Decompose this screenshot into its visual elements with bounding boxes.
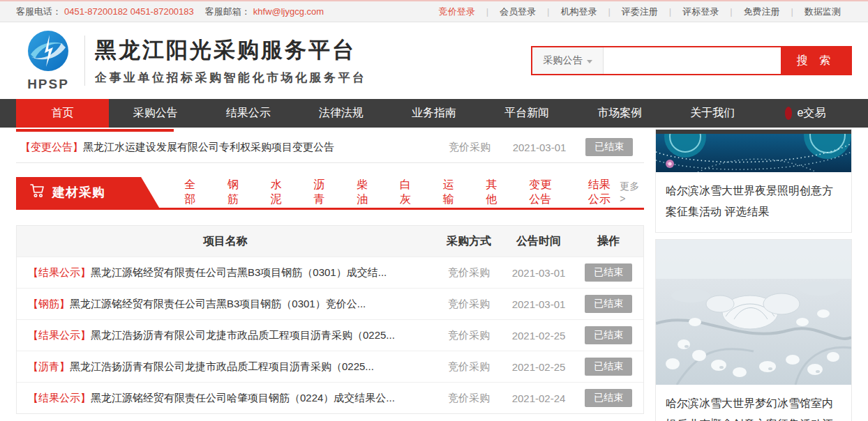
email-address[interactable]: khfw@ljygcg.com — [253, 6, 324, 17]
nav-about-us[interactable]: 关于我们 — [666, 99, 759, 128]
status-badge[interactable]: 已结束 — [585, 295, 632, 313]
project-tag: 【沥青】 — [28, 360, 70, 372]
topbar-contacts: 客服电话： 0451-87200182 0451-87200183 客服邮箱： … — [16, 6, 324, 18]
nav-home[interactable]: 首页 — [16, 99, 109, 128]
table-header: 项目名称 采购方式 公告时间 操作 — [17, 226, 643, 257]
section-title-tab[interactable]: 建材采购 — [16, 177, 159, 208]
nav-procurement-notices[interactable]: 采购公告 — [109, 99, 202, 128]
main-nav: 首页 采购公告 结果公示 法律法规 业务指南 平台新闻 市场案例 关于我们 e交… — [0, 99, 868, 128]
phone-label: 客服电话： — [16, 6, 61, 18]
e-trade-icon — [785, 107, 792, 120]
project-title[interactable]: 【钢筋】黑龙江源铭经贸有限责任公司吉黑B3项目钢筋（0301）竞价公... — [17, 298, 434, 311]
tab-cement[interactable]: 水泥 — [271, 178, 287, 207]
project-date: 2021-02-25 — [504, 361, 574, 373]
search-input[interactable] — [604, 47, 781, 74]
project-title[interactable]: 【结果公示】黑龙江浩扬沥青有限公司龙捷市政品质工程项目沥青采购（0225... — [17, 329, 434, 342]
project-date: 2021-02-25 — [504, 330, 574, 342]
tab-asphalt[interactable]: 沥青 — [313, 178, 329, 207]
project-tag: 【结果公示】 — [28, 266, 91, 278]
tab-rebar[interactable]: 钢筋 — [227, 178, 244, 207]
search-bar: 采购公告 搜 索 — [531, 46, 852, 75]
logo[interactable]: HPSP — [16, 29, 80, 92]
project-date: 2021-03-01 — [504, 267, 574, 279]
ice-world-night-image — [656, 134, 851, 172]
project-title[interactable]: 【结果公示】黑龙江源铭经贸有限责任公司吉黑B3项目钢筋（0301）成交结... — [17, 266, 434, 280]
section-title: 建材采购 — [52, 184, 105, 201]
cart-icon — [30, 183, 45, 201]
search-category-dropdown[interactable]: 采购公告 — [532, 47, 604, 74]
table-row: 【结果公示】黑龙江源铭经贸有限责任公司吉黑B3项目钢筋（0301）成交结... … — [17, 257, 643, 288]
sidebar: 哈尔滨冰雪大世界夜景照明创意方案征集活动 评选结果 — [655, 129, 852, 421]
link-org-login[interactable]: 机构登录 — [549, 6, 608, 18]
col-method: 采购方式 — [434, 234, 504, 249]
project-date: 2021-02-24 — [504, 392, 574, 404]
site-title: 黑龙江阳光采购服务平台 — [95, 36, 367, 65]
tab-diesel[interactable]: 柴油 — [357, 178, 373, 207]
tab-lime[interactable]: 白灰 — [400, 178, 416, 207]
notice-date: 2021-03-01 — [504, 141, 574, 153]
search-button[interactable]: 搜 索 — [781, 47, 851, 74]
header: HPSP 黑龙江阳光采购服务平台 企事业单位招标采购智能化市场化服务平台 采购公… — [0, 22, 868, 99]
project-method: 竞价采购 — [434, 298, 504, 311]
project-table: 项目名称 采购方式 公告时间 操作 【结果公示】黑龙江源铭经贸有限责任公司吉黑B… — [16, 225, 644, 414]
tab-result-notice[interactable]: 结果公示 — [588, 178, 620, 207]
phone-numbers: 0451-87200182 0451-87200183 — [64, 6, 194, 17]
link-data-monitor[interactable]: 数据监测 — [793, 6, 852, 18]
project-title[interactable]: 【沥青】黑龙江浩扬沥青有限公司龙捷市政品质工程项目沥青采购（0225... — [17, 360, 434, 374]
more-link[interactable]: 更多> — [620, 181, 644, 204]
table-row: 【沥青】黑龙江浩扬沥青有限公司龙捷市政品质工程项目沥青采购（0225... 竞价… — [17, 351, 643, 382]
status-badge[interactable]: 已结束 — [585, 263, 632, 282]
project-method: 竞价采购 — [434, 392, 504, 405]
email-label: 客服邮箱： — [205, 6, 250, 18]
link-eval-login[interactable]: 评标登录 — [671, 6, 730, 18]
project-method: 竞价采购 — [434, 360, 504, 374]
notice-title[interactable]: 【变更公告】黑龙江水运建设发展有限公司专利权采购项目变更公告 — [16, 141, 435, 154]
search-category-value: 采购公告 — [544, 54, 583, 67]
status-badge[interactable]: 已结束 — [585, 326, 632, 344]
project-tag: 【结果公示】 — [28, 392, 91, 404]
site-subtitle: 企事业单位招标采购智能化市场化服务平台 — [95, 70, 367, 86]
nav-results[interactable]: 结果公示 — [202, 99, 294, 128]
project-method: 竞价采购 — [434, 329, 504, 342]
tab-other[interactable]: 其他 — [486, 178, 502, 207]
topbar-links: 竞价登录| 会员登录| 机构登录| 评委注册| 评标登录| 免费注册| 数据监测 — [428, 6, 852, 18]
building-materials-section-header: 建材采购 全部 钢筋 水泥 沥青 柴油 白灰 运输 其他 变更公告 结果公示 更… — [16, 177, 644, 210]
news-card[interactable]: 哈尔滨冰雪大世界梦幻冰雪馆室内娱乐业态概念创意方案征集活动评选结果 — [655, 239, 852, 421]
notice-row: 【变更公告】黑龙江水运建设发展有限公司专利权采购项目变更公告 竞价采购 2021… — [16, 132, 644, 163]
col-date: 公告时间 — [504, 234, 574, 249]
logo-icon — [27, 29, 70, 75]
snow-world-aerial-image — [656, 240, 851, 385]
project-tag: 【钢筋】 — [28, 298, 70, 309]
main-column: 【变更公告】黑龙江水运建设发展有限公司专利权采购项目变更公告 竞价采购 2021… — [16, 129, 644, 421]
nav-e-trade[interactable]: e交易 — [759, 99, 852, 128]
status-badge[interactable]: 已结束 — [585, 389, 632, 407]
col-action: 操作 — [574, 234, 643, 249]
news-caption[interactable]: 哈尔滨冰雪大世界梦幻冰雪馆室内娱乐业态概念创意方案征集活动评选结果 — [656, 385, 851, 421]
notice-tag: 【变更公告】 — [20, 141, 83, 153]
table-row: 【钢筋】黑龙江源铭经贸有限责任公司吉黑B3项目钢筋（0301）竞价公... 竞价… — [17, 288, 643, 319]
status-badge[interactable]: 已结束 — [585, 138, 633, 156]
project-method: 竞价采购 — [434, 266, 504, 280]
link-judge-register[interactable]: 评委注册 — [611, 6, 669, 18]
project-title[interactable]: 【结果公示】黑龙江源铭经贸有限责任公司哈肇项目钢筋（0224）成交结果公... — [17, 392, 434, 405]
category-tabs: 全部 钢筋 水泥 沥青 柴油 白灰 运输 其他 变更公告 结果公示 — [184, 177, 620, 208]
topbar: 客服电话： 0451-87200182 0451-87200183 客服邮箱： … — [0, 0, 868, 22]
nav-market-cases[interactable]: 市场案例 — [574, 99, 666, 128]
news-card[interactable]: 哈尔滨冰雪大世界夜景照明创意方案征集活动 评选结果 — [655, 129, 852, 233]
project-date: 2021-03-01 — [504, 298, 574, 310]
tab-all[interactable]: 全部 — [184, 178, 200, 207]
col-project-name: 项目名称 — [17, 234, 434, 249]
status-badge[interactable]: 已结束 — [585, 358, 632, 376]
nav-business-guide[interactable]: 业务指南 — [387, 99, 480, 128]
link-member-login[interactable]: 会员登录 — [488, 6, 547, 18]
link-free-register[interactable]: 免费注册 — [733, 6, 791, 18]
tab-transport[interactable]: 运输 — [443, 178, 459, 207]
notice-method: 竞价采购 — [435, 141, 504, 154]
chevron-down-icon — [587, 60, 592, 63]
nav-platform-news[interactable]: 平台新闻 — [481, 99, 574, 128]
tab-change-notice[interactable]: 变更公告 — [529, 178, 561, 207]
link-bidding-login[interactable]: 竞价登录 — [428, 6, 486, 18]
nav-laws[interactable]: 法律法规 — [294, 99, 387, 128]
table-row: 【结果公示】黑龙江源铭经贸有限责任公司哈肇项目钢筋（0224）成交结果公... … — [17, 382, 643, 413]
news-caption[interactable]: 哈尔滨冰雪大世界夜景照明创意方案征集活动 评选结果 — [656, 172, 851, 232]
